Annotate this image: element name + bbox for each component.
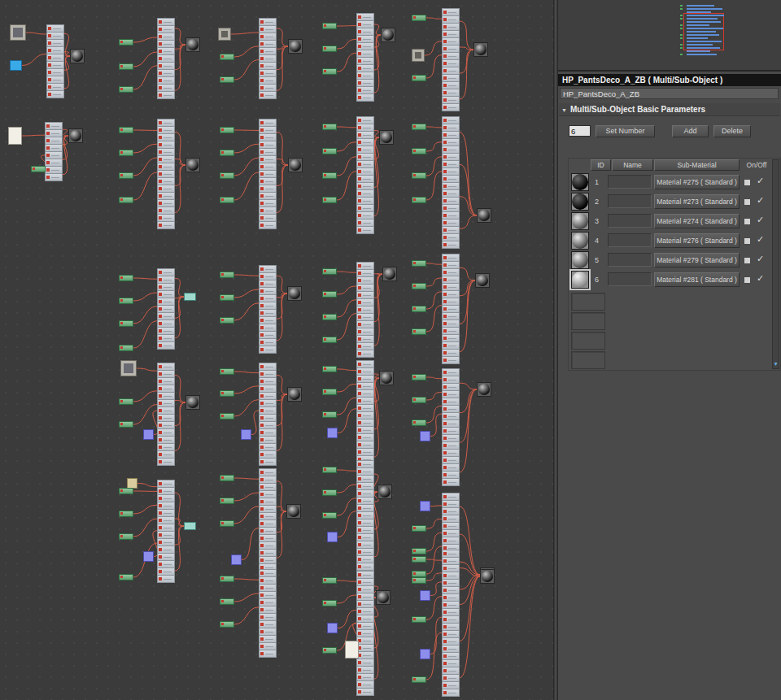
- preview-sphere-node[interactable]: [381, 28, 395, 42]
- on-checkmark[interactable]: ✓: [757, 254, 764, 264]
- material-node-slot[interactable]: [259, 650, 277, 658]
- map-node[interactable]: [322, 172, 337, 179]
- material-node-slot[interactable]: [259, 346, 277, 354]
- material-node-slot[interactable]: [157, 221, 175, 229]
- map-node[interactable]: [322, 68, 337, 75]
- sort-name-button[interactable]: Name: [612, 159, 653, 171]
- map-node[interactable]: [412, 75, 426, 81]
- map-node[interactable]: [119, 488, 133, 494]
- texture-node[interactable]: [345, 641, 359, 659]
- map-node[interactable]: [119, 298, 133, 304]
- sort-submaterial-button[interactable]: Sub-Material: [654, 159, 740, 171]
- map-node[interactable]: [220, 272, 234, 278]
- map-node[interactable]: [220, 576, 234, 582]
- enable-checkbox[interactable]: [744, 237, 751, 245]
- map-node[interactable]: [119, 533, 133, 540]
- texture-node[interactable]: [420, 649, 430, 659]
- map-node[interactable]: [322, 389, 337, 395]
- map-node[interactable]: [412, 571, 426, 577]
- map-node[interactable]: [220, 172, 234, 179]
- texture-node[interactable]: [420, 590, 430, 601]
- submaterial-button[interactable]: Material #274 ( Standard ): [654, 214, 740, 228]
- preview-sphere-node[interactable]: [379, 130, 394, 145]
- material-node-slot[interactable]: [356, 563, 374, 571]
- map-node[interactable]: [412, 15, 426, 21]
- texture-node[interactable]: [10, 24, 26, 41]
- preview-sphere-node[interactable]: [185, 158, 200, 172]
- map-node[interactable]: [412, 556, 426, 563]
- texture-node[interactable]: [412, 49, 425, 62]
- texture-node[interactable]: [218, 28, 231, 41]
- material-node-slot[interactable]: [157, 458, 175, 466]
- map-node[interactable]: [119, 172, 133, 179]
- material-node-slot[interactable]: [157, 91, 175, 99]
- map-node[interactable]: [220, 520, 234, 527]
- map-node[interactable]: [119, 345, 133, 351]
- texture-node[interactable]: [143, 429, 154, 440]
- map-node[interactable]: [220, 294, 234, 301]
- texture-node[interactable]: [241, 429, 251, 440]
- texture-node[interactable]: [327, 532, 338, 542]
- map-node[interactable]: [220, 317, 234, 324]
- texture-node[interactable]: [327, 623, 338, 633]
- preview-sphere-node[interactable]: [477, 208, 491, 223]
- map-node[interactable]: [119, 86, 133, 93]
- map-node[interactable]: [220, 150, 234, 156]
- map-node[interactable]: [412, 374, 426, 380]
- preview-sphere-node[interactable]: [70, 49, 85, 63]
- map-node[interactable]: [220, 475, 234, 481]
- map-node[interactable]: [412, 676, 426, 683]
- texture-node[interactable]: [420, 501, 430, 511]
- map-node[interactable]: [412, 197, 426, 203]
- scroll-down-arrow-icon[interactable]: ▾: [773, 360, 779, 368]
- preview-sphere-node[interactable]: [475, 273, 490, 288]
- map-node[interactable]: [322, 197, 337, 203]
- map-node[interactable]: [220, 598, 234, 605]
- material-node-slot[interactable]: [157, 575, 175, 583]
- map-node[interactable]: [412, 124, 426, 130]
- material-node-slot[interactable]: [259, 221, 277, 229]
- submaterial-button[interactable]: Material #275 ( Standard ): [654, 175, 740, 189]
- material-thumbnail[interactable]: [571, 251, 589, 269]
- material-count-input[interactable]: [569, 125, 591, 137]
- material-node-slot[interactable]: [45, 173, 63, 181]
- map-node[interactable]: [322, 46, 337, 52]
- on-checkmark[interactable]: ✓: [757, 234, 764, 245]
- material-thumbnail[interactable]: [571, 232, 589, 250]
- texture-node[interactable]: [120, 360, 137, 376]
- map-node[interactable]: [322, 512, 337, 519]
- preview-sphere-node[interactable]: [185, 37, 200, 52]
- preview-sphere-node[interactable]: [68, 128, 83, 143]
- map-node[interactable]: [412, 283, 426, 289]
- preview-sphere-node[interactable]: [473, 42, 488, 57]
- preview-sphere-node[interactable]: [288, 39, 303, 54]
- enable-checkbox[interactable]: [744, 276, 751, 284]
- texture-node[interactable]: [184, 522, 196, 530]
- delete-button[interactable]: Delete: [713, 125, 751, 137]
- map-node[interactable]: [412, 172, 426, 179]
- submaterial-button[interactable]: Material #276 ( Standard ): [654, 233, 740, 248]
- map-node[interactable]: [412, 525, 426, 532]
- preview-sphere-node[interactable]: [480, 569, 495, 584]
- map-node[interactable]: [220, 368, 234, 375]
- preview-sphere-node[interactable]: [287, 286, 302, 301]
- enable-checkbox[interactable]: [744, 218, 751, 225]
- map-node[interactable]: [412, 548, 426, 554]
- material-name-field[interactable]: [608, 272, 652, 286]
- map-node[interactable]: [119, 398, 133, 405]
- preview-sphere-node[interactable]: [185, 395, 200, 410]
- preview-sphere-node[interactable]: [287, 387, 302, 402]
- material-node-slot[interactable]: [442, 689, 460, 697]
- map-node[interactable]: [220, 621, 234, 628]
- map-node[interactable]: [322, 467, 337, 473]
- material-name-field[interactable]: [608, 194, 652, 208]
- map-node[interactable]: [220, 197, 234, 203]
- texture-node[interactable]: [143, 551, 154, 562]
- material-thumbnail[interactable]: [571, 271, 589, 289]
- map-node[interactable]: [119, 511, 133, 517]
- map-node[interactable]: [31, 166, 46, 172]
- submaterial-button[interactable]: Material #279 ( Standard ): [654, 253, 740, 267]
- texture-node[interactable]: [327, 428, 338, 438]
- map-node[interactable]: [412, 397, 426, 403]
- map-node[interactable]: [322, 577, 337, 584]
